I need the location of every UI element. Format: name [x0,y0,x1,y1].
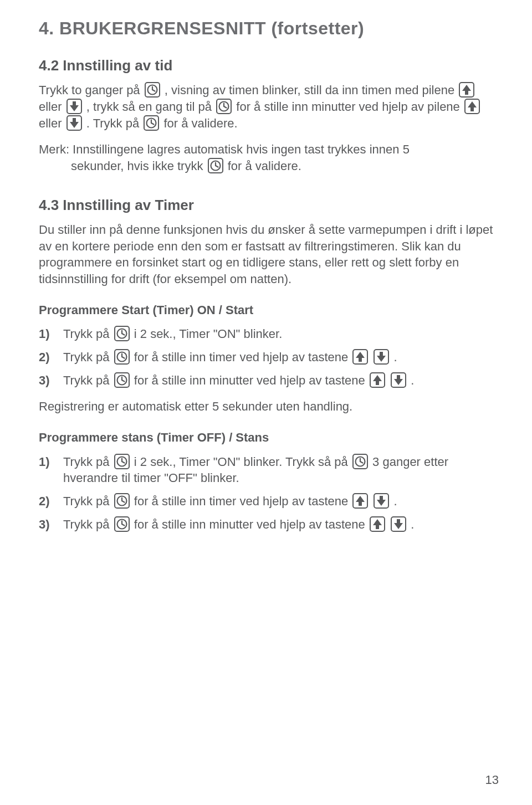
clock-icon [208,158,223,173]
text: , trykk så en gang til på [86,100,215,114]
text: . [411,373,414,387]
arrow-down-icon [374,493,389,509]
text: i 2 sek., Timer "ON" blinker. [134,327,282,341]
note-line-1: Merk: Innstillingene lagres automatisk h… [39,141,499,158]
arrow-up-icon [370,516,385,532]
arrow-down-icon [391,516,406,532]
steps-timer-on: 1) Trykk på i 2 sek., Timer "ON" blinker… [39,326,499,388]
heading-timer-off: Programmere stans (Timer OFF) / Stans [39,429,499,446]
heading-4-3: 4.3 Innstilling av Timer [39,196,499,215]
text: eller [39,100,65,114]
text: . [394,350,397,364]
step-number: 2) [39,349,50,366]
text: Trykk to ganger på [39,83,144,97]
text: . [394,494,397,508]
text: Trykk på [63,327,113,341]
text: Trykk på [63,517,113,531]
text: sekunder, hvis ikke trykk [71,159,207,173]
arrow-down-icon [66,115,82,131]
step-number: 1) [39,326,50,342]
clock-icon [144,115,159,131]
text: 3 ganger etter [372,455,448,469]
text: eller [39,116,65,130]
arrow-down-icon [66,99,82,114]
text: Trykk på [63,350,113,364]
paragraph-4-3-intro: Du stiller inn på denne funksjonen hvis … [39,222,499,288]
text: for å stille inn timer ved hjelp av tast… [134,350,352,364]
clock-icon [114,493,130,509]
arrow-up-icon [352,493,368,509]
text: . Trykk på [86,116,142,130]
text: for å validere. [163,116,237,130]
list-item: 3) Trykk på for å stille inn minutter ve… [39,516,499,533]
page-number: 13 [485,772,499,788]
text: for å stille inn minutter ved hjelp av t… [134,373,369,387]
arrow-up-icon [459,82,474,98]
clock-icon [114,326,130,341]
text: Trykk på [63,373,113,387]
list-item: 2) Trykk på for å stille inn timer ved h… [39,493,499,510]
clock-icon [145,82,160,98]
text: , visning av timen blinker, still da inn… [165,83,458,97]
step-number: 3) [39,516,50,533]
paragraph-on-after: Registrering er automatisk etter 5 sekun… [39,398,499,415]
clock-icon [352,454,368,469]
text: for å stille inn minutter ved hjelp av p… [236,100,463,114]
arrow-up-icon [464,99,480,114]
paragraph-4-2: Trykk to ganger på , visning av timen bl… [39,82,499,131]
step-number: 3) [39,372,50,389]
arrow-up-icon [352,349,368,365]
step-number: 1) [39,454,50,470]
clock-icon [114,454,130,469]
list-item: 1) Trykk på i 2 sek., Timer "ON" blinker… [39,326,499,342]
arrow-up-icon [370,372,385,388]
page-title: 4. BRUKERGRENSESNITT (fortsetter) [39,17,499,40]
clock-icon [114,372,130,388]
clock-icon [114,349,130,365]
list-item: 2) Trykk på for å stille inn timer ved h… [39,349,499,366]
step-number: 2) [39,493,50,510]
text: for å validere. [228,159,301,173]
clock-icon [216,99,232,114]
text: i 2 sek., Timer "ON" blinker. Trykk så p… [134,455,351,469]
text: . [411,517,414,531]
text-continuation: hverandre til timer "OFF" blinker. [63,470,499,486]
note-line-2: sekunder, hvis ikke trykk for å validere… [39,158,499,175]
list-item: 3) Trykk på for å stille inn minutter ve… [39,372,499,389]
arrow-down-icon [391,372,406,388]
clock-icon [114,516,130,532]
arrow-down-icon [374,349,389,365]
text: Trykk på [63,494,113,508]
heading-timer-on: Programmere Start (Timer) ON / Start [39,302,499,319]
text: for å stille inn timer ved hjelp av tast… [134,494,352,508]
steps-timer-off: 1) Trykk på i 2 sek., Timer "ON" blinker… [39,454,499,533]
heading-4-2: 4.2 Innstilling av tid [39,56,499,75]
text: for å stille inn minutter ved hjelp av t… [134,517,369,531]
text: Trykk på [63,455,113,469]
list-item: 1) Trykk på i 2 sek., Timer "ON" blinker… [39,454,499,486]
note-4-2: Merk: Innstillingene lagres automatisk h… [39,141,499,174]
